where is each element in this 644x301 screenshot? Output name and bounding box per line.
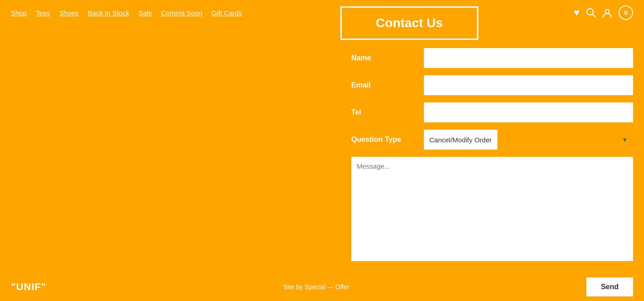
nav-back-in-stock[interactable]: Back In Stock xyxy=(88,9,129,17)
site-credit: Site by Special — Offer xyxy=(283,283,349,291)
tel-input[interactable] xyxy=(424,102,633,122)
nav-coming-soon[interactable]: Coming Soon xyxy=(161,9,202,17)
question-type-select-wrapper: Cancel/Modify Order Order Status Return/… xyxy=(424,130,633,150)
search-icon[interactable] xyxy=(586,8,596,18)
message-row xyxy=(351,157,633,261)
svg-point-2 xyxy=(605,10,610,14)
tel-row: Tel xyxy=(351,102,633,122)
contact-form-panel: Name Email Tel Question Type Cancel/Modi… xyxy=(351,34,633,268)
email-input[interactable] xyxy=(424,75,633,95)
nav-shop[interactable]: Shop xyxy=(11,9,27,17)
nav-sale[interactable]: Sale xyxy=(138,9,152,17)
footer: "UNIF" Site by Special — Offer Send xyxy=(0,273,644,301)
name-input[interactable] xyxy=(424,48,633,68)
name-row: Name xyxy=(351,48,633,68)
cart-icon[interactable]: 0 xyxy=(619,5,633,20)
email-label: Email xyxy=(351,81,424,89)
question-type-select[interactable]: Cancel/Modify Order Order Status Return/… xyxy=(424,130,497,150)
tel-label: Tel xyxy=(351,108,424,117)
cart-count: 0 xyxy=(624,10,627,16)
name-label: Name xyxy=(351,54,424,62)
message-textarea[interactable] xyxy=(351,157,633,261)
logo: "UNIF" xyxy=(11,281,46,293)
left-panel xyxy=(11,34,351,268)
header-icons: ♥ 0 xyxy=(574,5,633,20)
wishlist-icon[interactable]: ♥ xyxy=(574,7,580,19)
nav-gift-cards[interactable]: Gift Cards xyxy=(211,9,242,17)
main-content: Name Email Tel Question Type Cancel/Modi… xyxy=(0,25,644,268)
nav-tees[interactable]: Tees xyxy=(36,9,50,17)
svg-line-1 xyxy=(593,15,596,18)
user-icon[interactable] xyxy=(602,8,612,18)
question-type-label: Question Type xyxy=(351,136,424,144)
question-type-row: Question Type Cancel/Modify Order Order … xyxy=(351,130,633,150)
email-row: Email xyxy=(351,75,633,95)
send-button[interactable]: Send xyxy=(586,277,633,296)
main-nav: Shop Tees Shoes Back In Stock Sale Comin… xyxy=(11,9,242,17)
nav-shoes[interactable]: Shoes xyxy=(59,9,79,17)
